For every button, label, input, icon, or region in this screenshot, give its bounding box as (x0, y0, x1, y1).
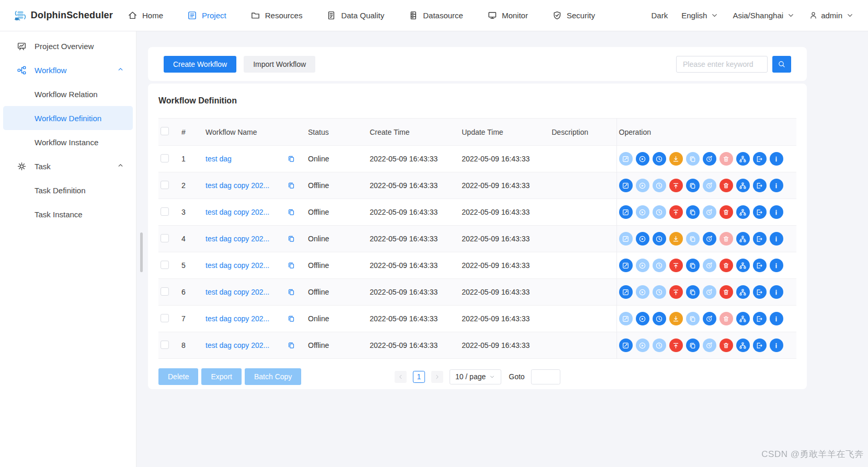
row-checkbox[interactable] (161, 207, 169, 216)
online-button[interactable] (669, 338, 683, 352)
prev-page-button[interactable] (395, 371, 407, 383)
sidebar-item-task-instance[interactable]: Task Instance (3, 202, 133, 226)
cron-manage-button[interactable] (703, 179, 716, 192)
cron-manage-button[interactable] (703, 152, 716, 166)
page-number[interactable]: 1 (413, 371, 425, 383)
workflow-name-link[interactable]: test dag copy 202... (205, 235, 269, 243)
sidebar-item-task-definition[interactable]: Task Definition (3, 178, 133, 202)
copy-button[interactable] (686, 205, 700, 219)
theme-toggle[interactable]: Dark (652, 11, 668, 20)
delete-button[interactable] (719, 232, 733, 246)
timing-button[interactable] (653, 232, 666, 246)
workflow-name-link[interactable]: test dag copy 202... (205, 261, 269, 270)
delete-button[interactable] (719, 205, 733, 219)
edit-button[interactable] (619, 259, 633, 272)
next-page-button[interactable] (431, 371, 443, 383)
workflow-name-link[interactable]: test dag copy 202... (205, 208, 269, 216)
start-button[interactable] (636, 152, 649, 166)
cron-manage-button[interactable] (703, 285, 716, 299)
edit-button[interactable] (619, 205, 633, 219)
tree-view-button[interactable] (736, 312, 750, 325)
delete-button[interactable] (719, 179, 733, 192)
tree-view-button[interactable] (736, 179, 750, 192)
row-checkbox[interactable] (161, 341, 169, 349)
online-button[interactable] (669, 259, 683, 272)
sidebar-item-workflow-instance[interactable]: Workflow Instance (3, 130, 133, 154)
version-info-button[interactable] (770, 312, 783, 325)
nav-item-datasource[interactable]: Datasource (408, 10, 463, 20)
tree-view-button[interactable] (736, 205, 750, 219)
batch-copy-button[interactable]: Batch Copy (245, 368, 301, 385)
offline-button[interactable] (669, 312, 683, 325)
timing-button[interactable] (653, 338, 666, 352)
delete-button[interactable] (719, 338, 733, 352)
start-button[interactable] (636, 232, 649, 246)
nav-item-security[interactable]: Security (552, 10, 595, 20)
export-button[interactable] (753, 259, 767, 272)
search-input[interactable] (676, 56, 768, 73)
scrollbar-thumb[interactable] (140, 232, 143, 272)
nav-item-project[interactable]: Project (187, 10, 226, 20)
collapse-chevron[interactable] (117, 65, 124, 75)
copy-name-icon[interactable] (287, 314, 295, 323)
sidebar-item-task[interactable]: Task (3, 154, 133, 178)
copy-button[interactable] (686, 232, 700, 246)
copy-button[interactable] (686, 152, 700, 166)
timing-button[interactable] (653, 285, 666, 299)
create-workflow-button[interactable]: Create Workflow (164, 56, 236, 73)
sidebar-item-workflow[interactable]: Workflow (3, 58, 133, 82)
timing-button[interactable] (653, 205, 666, 219)
batch-delete-button[interactable]: Delete (158, 368, 198, 385)
workflow-name-link[interactable]: test dag copy 202... (205, 288, 269, 296)
copy-name-icon[interactable] (287, 235, 295, 243)
nav-item-home[interactable]: Home (128, 10, 163, 20)
batch-export-button[interactable]: Export (201, 368, 241, 385)
tree-view-button[interactable] (736, 152, 750, 166)
start-button[interactable] (636, 338, 649, 352)
delete-button[interactable] (719, 259, 733, 272)
online-button[interactable] (669, 179, 683, 192)
tree-view-button[interactable] (736, 338, 750, 352)
edit-button[interactable] (619, 285, 633, 299)
import-workflow-button[interactable]: Import Workflow (244, 56, 315, 73)
start-button[interactable] (636, 179, 649, 192)
select-all-checkbox[interactable] (161, 127, 169, 135)
copy-name-icon[interactable] (287, 155, 295, 163)
row-checkbox[interactable] (161, 234, 169, 242)
edit-button[interactable] (619, 179, 633, 192)
edit-button[interactable] (619, 338, 633, 352)
start-button[interactable] (636, 285, 649, 299)
search-button[interactable] (772, 56, 791, 73)
version-info-button[interactable] (770, 205, 783, 219)
tree-view-button[interactable] (736, 259, 750, 272)
copy-button[interactable] (686, 259, 700, 272)
page-size-select[interactable]: 10 / page (450, 369, 501, 384)
edit-button[interactable] (619, 312, 633, 325)
workflow-name-link[interactable]: test dag copy 202... (205, 181, 269, 190)
cron-manage-button[interactable] (703, 232, 716, 246)
copy-name-icon[interactable] (287, 261, 295, 270)
export-button[interactable] (753, 179, 767, 192)
edit-button[interactable] (619, 232, 633, 246)
copy-name-icon[interactable] (287, 341, 295, 349)
timing-button[interactable] (653, 152, 666, 166)
sidebar-item-project-overview[interactable]: Project Overview (3, 34, 133, 58)
row-checkbox[interactable] (161, 314, 169, 322)
copy-name-icon[interactable] (287, 181, 295, 190)
collapse-chevron[interactable] (117, 161, 124, 171)
edit-button[interactable] (619, 152, 633, 166)
copy-button[interactable] (686, 285, 700, 299)
row-checkbox[interactable] (161, 287, 169, 296)
export-button[interactable] (753, 152, 767, 166)
delete-button[interactable] (719, 152, 733, 166)
timing-button[interactable] (653, 179, 666, 192)
version-info-button[interactable] (770, 179, 783, 192)
timezone-select[interactable]: Asia/Shanghai (733, 11, 795, 20)
language-select[interactable]: English (681, 11, 719, 20)
workflow-name-link[interactable]: test dag (205, 155, 232, 163)
workflow-name-link[interactable]: test dag copy 202... (205, 341, 269, 349)
copy-name-icon[interactable] (287, 208, 295, 216)
online-button[interactable] (669, 205, 683, 219)
delete-button[interactable] (719, 312, 733, 325)
timing-button[interactable] (653, 312, 666, 325)
